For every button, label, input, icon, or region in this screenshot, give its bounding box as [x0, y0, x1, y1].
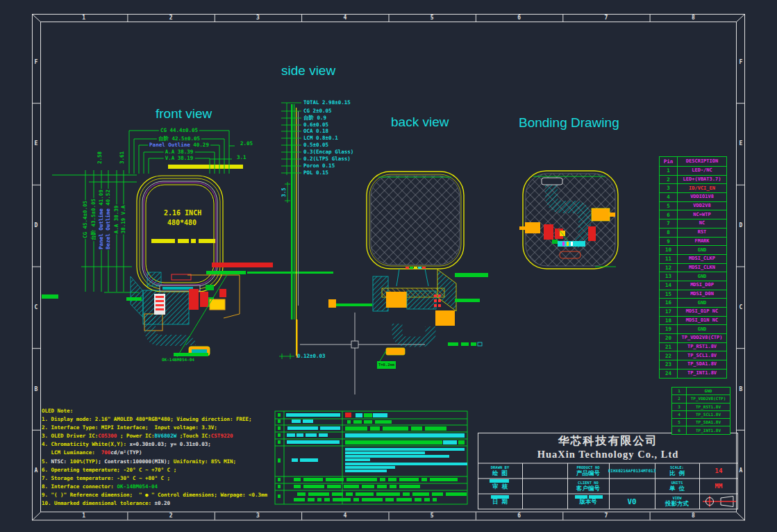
pin-description: LED+(VBAT3.7) [678, 176, 726, 184]
touch-pin-number: 1 [672, 388, 687, 394]
stackup-label: 0.2(LTPS Glass) [303, 156, 351, 162]
front-left-dim-label: 台阶 43.5±0.05 [91, 198, 97, 241]
front-view-marks [151, 165, 243, 243]
pin-table-row: 6NC=WTP [660, 210, 726, 219]
pin-table-row: 3ID/VCI_EN [660, 183, 726, 192]
title-block-cell-drawn-by-en: DRAWN BY绘 图 [478, 463, 522, 479]
touch-pin-number: 5 [672, 419, 687, 426]
pin-number: 6 [660, 210, 678, 219]
pin-table-header-cell: Pin [660, 157, 678, 166]
pin-table-row: 17MDSI_D1P NC [660, 307, 726, 316]
note-line: 10. Unmarked dimensional tolerance: ±0.2… [42, 501, 275, 509]
stackup-label: Poron 0.15 [303, 163, 335, 169]
frame-row-label: D [32, 185, 40, 267]
pin-number: 20 [660, 334, 678, 342]
text-segment: BV6802W [155, 433, 177, 439]
pin-description: MDSI_CLKP [678, 255, 726, 263]
frame-row-label: E [737, 103, 745, 185]
frame-col-label: 7 [562, 512, 649, 519]
pin-table-row: 18MDSI_D1N NC [660, 316, 726, 325]
bonding-drawing-title: Bonding Drawing [519, 115, 619, 131]
pin-number: 13 [660, 272, 678, 281]
pin-table-row: 5VDD2V8 [660, 201, 726, 210]
touch-pin-number: 6 [672, 426, 687, 433]
pin-table-row: 20TP_VDD2V8(CTP) [660, 333, 726, 342]
text-segment: Panel Outline [98, 208, 104, 249]
pin-number: 2 [660, 176, 678, 184]
frame-col-label: 1 [40, 14, 127, 22]
pin-table-row: 22TP_SCL1.8V [660, 351, 726, 360]
title-block-cell-units-value: MM [699, 479, 738, 494]
pin-description: TP_SDA1.8V [678, 360, 726, 369]
text-segment: CST9220 [211, 433, 233, 439]
text-segment: 700 [101, 449, 111, 456]
title-block-cell-scale-en: SCALE:比 例 [655, 463, 699, 479]
text-segment: ;Touch IC: [176, 433, 211, 439]
pin-table-header-cell: DESCRIPTION [678, 157, 726, 166]
touch-pin-row: 4TP_SCL1.8V [672, 410, 730, 418]
front-left-dim-label: 38.19 V.A [121, 205, 126, 235]
back-view-title: back view [391, 115, 449, 130]
pin-table-row: 4VDDIO1V8 [660, 192, 726, 201]
front-left-dim-label: Panel Outline 41.09 [99, 189, 104, 250]
frame-row-label: C [737, 267, 745, 349]
front-left-dim-label: Bezel Outline 40.52 [106, 189, 111, 250]
front-right-dim-label: 2.05 [240, 141, 253, 147]
text-segment: 投影方式 [665, 501, 689, 507]
touch-pin-number: 3 [672, 404, 687, 410]
pin-description: MDSI_D1P NC [678, 308, 726, 316]
pin-description: MDSI_D0P [678, 281, 726, 290]
frame-col-label: 1 [40, 512, 127, 519]
projection-symbol [703, 496, 736, 507]
pin-table-row: 8RST [660, 228, 726, 237]
pin-table-row: 24TP_INT1.8V [660, 369, 726, 378]
pin-description: VDDIO1V8 [678, 193, 726, 201]
frame-row-label: D [737, 185, 745, 267]
cad-drawing-canvas: front view side view back view Bonding D… [0, 0, 777, 532]
stackup-label: CG 2±0.05 [303, 108, 332, 114]
touch-pin-row: 1GND [672, 388, 730, 394]
text-segment: 产品编号 [576, 470, 600, 476]
text-segment: 1. Display mode: 2.16" AMOLED 480*RGB*48… [42, 416, 252, 422]
text-segment: MM [715, 483, 723, 490]
pin-number: 19 [660, 325, 678, 333]
pin-table-row: 15MDSI_D0N [660, 290, 726, 299]
pin-number: 24 [660, 369, 678, 378]
pin-table-row: 13GND [660, 272, 726, 281]
pin-number: 17 [660, 308, 678, 316]
pin-table-header: PinDESCRIPTION [660, 157, 726, 166]
pin-table-row: 9FMARK [660, 237, 726, 246]
panel-resolution-label: 480*480 [167, 219, 197, 226]
frame-col-label: 4 [301, 14, 388, 22]
touch-pin-number: 2 [672, 395, 687, 402]
frame-row-label: F [737, 22, 745, 103]
pin-description: TP_VDD2V8(CTP) [678, 334, 726, 342]
pin-number: 10 [660, 246, 678, 254]
pin-number: 1 [660, 167, 678, 175]
front-view-dimension-lines [52, 131, 235, 292]
text-segment: V0 [627, 498, 636, 506]
title-block-cell-view-en: VIEW投影方式 [655, 494, 699, 509]
front-top-dim-label: Panel Outline 40.29 [148, 142, 210, 148]
company-name-en: HuaXin Technology Co., Ltd [478, 448, 738, 461]
frame-row-label: B [32, 349, 40, 431]
front-top-dim-label: 台阶 42.5±0.05 [157, 136, 201, 142]
text-segment: 日 期 [492, 499, 508, 505]
text-segment: NTSC: [51, 458, 67, 465]
front-left-dim-label: 3.61 [119, 151, 125, 165]
title-block-cell-version-value: V0 [609, 494, 655, 509]
text-segment: 审 核 [492, 483, 508, 490]
touch-pin-row: 3TP_RST1.8V [672, 403, 730, 410]
text-segment: 40.52 [105, 190, 111, 208]
pin-description: GND [678, 299, 726, 307]
pin-table-row: 16GND [660, 298, 726, 307]
pin-assignment-table: PinDESCRIPTION1LED-/NC2LED+(VBAT3.7)3ID/… [659, 156, 727, 379]
text-segment: Uniformity: 85% MIN; [174, 458, 236, 465]
pin-table-row: 7NC [660, 219, 726, 228]
pin-table-row: 1LED-/NC [660, 166, 726, 175]
pin-number: 3 [660, 184, 678, 192]
side-view-stack [291, 104, 299, 358]
touch-pin-description: TP_VDD2V8(CTP) [687, 395, 730, 402]
text-segment: 5. [42, 458, 51, 465]
pin-number: 18 [660, 317, 678, 325]
